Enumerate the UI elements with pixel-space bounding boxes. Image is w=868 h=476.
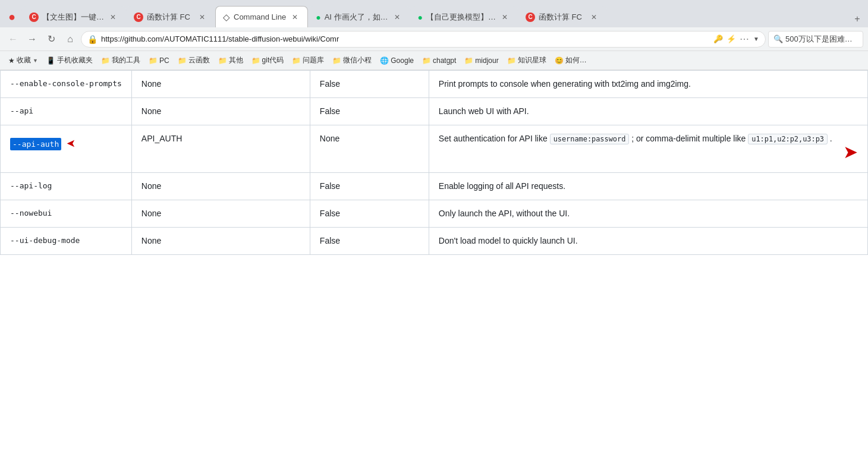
description-cell: Print prompts to console when generating… [429,71,867,98]
address-bar[interactable]: 🔒 https://github.com/AUTOMATIC1111/stabl… [81,31,766,48]
address-menu-button[interactable]: ⋯ [740,33,750,45]
tab-favicon: C [134,12,143,22]
table-row: --apiNoneFalseLaunch web UI with API. [1,98,868,125]
tab-title: 【文生图】一键… [42,12,104,23]
search-bar[interactable]: 🔍 500万以下是困难… [768,31,863,48]
bookmark-item-9[interactable]: 🌐Google [376,55,417,66]
forward-button[interactable]: → [24,31,40,48]
tab-tab3[interactable]: ◇ Command Line ✕ [215,6,308,27]
tab-tab5[interactable]: ● 【自己更换模型】… ✕ [410,6,518,27]
highlighted-arg: --api-auth [10,138,61,151]
arg-cell: --api-auth ➤ [1,125,132,173]
bookmark-icon: 📁 [464,56,473,65]
bookmark-item-0[interactable]: ★收藏▼ [5,54,42,67]
address-url: https://github.com/AUTOMATIC1111/stable-… [101,34,710,43]
bookmark-label: chatgpt [433,56,456,65]
tab-close-button[interactable]: ✕ [392,12,402,23]
bookmark-label: 微信小程 [343,55,372,65]
bookmark-item-6[interactable]: 📁git代码 [248,54,288,67]
bookmark-arrow-icon: ▼ [33,58,38,64]
bookmark-item-13[interactable]: 😊如何… [551,54,590,67]
arg-label: --enable-console-prompts [10,79,122,88]
bookmark-label: 其他 [229,55,243,65]
lock-icon: 🔒 [87,34,98,44]
description-cell: Launch web UI with API. [429,98,867,125]
table-row: --nowebuiNoneFalseOnly launch the API, w… [1,200,868,228]
bookmark-label: 云函数 [188,55,210,65]
arg-cell: --ui-debug-mode [1,228,132,255]
bookmark-item-12[interactable]: 📁知识星球 [504,54,550,67]
bookmark-icon: 📱 [46,56,55,65]
bookmark-icon: 📁 [218,56,227,65]
bookmark-label: 如何… [565,55,587,65]
tab-title: 函数计算 FC [539,12,585,23]
bookmark-label: PC [159,56,169,65]
bookmark-item-2[interactable]: 📁我的工具 [98,54,144,67]
bookmark-item-5[interactable]: 📁其他 [215,54,247,67]
bookmark-icon: 📁 [149,56,158,65]
bookmark-label: Google [391,56,414,65]
bookmark-icon: 📁 [251,56,260,65]
bookmark-item-4[interactable]: 📁云函数 [174,54,213,67]
back-button[interactable]: ← [5,31,21,48]
env-value: None [141,79,161,89]
tab-close-button[interactable]: ✕ [499,12,510,23]
env-value: None [141,106,161,116]
tab-close-button[interactable]: ✕ [108,12,118,23]
arg-cell: --enable-console-prompts [1,71,132,98]
tab-tab2[interactable]: C 函数计算 FC ✕ [126,6,215,27]
env-value: None [141,236,161,245]
home-button[interactable]: ⌂ [62,31,78,48]
description-text: Launch web UI with API. [439,106,529,116]
bookmark-item-10[interactable]: 📁chatgpt [419,55,460,66]
tab-tab6[interactable]: C 函数计算 FC ✕ [518,6,607,27]
tab-favicon: ● [418,12,423,22]
env-value: API_AUTH [141,134,182,143]
page-content: --enable-console-promptsNoneFalsePrint p… [0,70,868,476]
description-text: Don't load model to quickly launch UI. [439,236,578,245]
description-cell: Don't load model to quickly launch UI. [429,228,867,255]
new-tab-button[interactable]: + [849,11,866,27]
default-value: False [320,236,340,245]
bookmark-label: 问题库 [303,55,324,65]
description-cell: Only launch the API, without the UI. [429,200,867,228]
tab-favicon: C [526,12,535,22]
tab-tab4[interactable]: ● AI 作画火了，如… ✕ [308,6,410,27]
tab-title: AI 作画火了，如… [325,12,388,23]
default-cell: False [310,71,429,98]
tab-close-button[interactable]: ✕ [589,12,599,23]
bookmark-item-11[interactable]: 📁midjour [461,55,502,66]
bookmark-icon: 🌐 [380,56,389,65]
env-value: None [141,209,161,218]
default-value: False [320,106,340,116]
desc-text: . [828,134,832,143]
desc-text: Set authentication for API like [439,134,550,143]
right-arrow-icon: ➤ [843,138,858,165]
tab-close-button[interactable]: ✕ [197,12,207,23]
tab-tab1[interactable]: C 【文生图】一键… ✕ [21,6,126,27]
inline-code: u1:p1,u2:p2,u3:p3 [748,134,828,144]
bookmark-icon: 📁 [178,56,187,65]
description-text: Print prompts to console when generating… [439,79,691,89]
tab-close-button[interactable]: ✕ [290,12,300,23]
lightning-icon: ⚡ [727,34,736,43]
env-cell: None [131,71,310,98]
table-row: --ui-debug-modeNoneFalseDon't load model… [1,228,868,255]
default-cell: False [310,173,429,200]
bookmark-icon: 📁 [507,56,516,65]
arg-cell: --api-log [1,173,132,200]
bookmark-icon: 📁 [422,56,431,65]
address-chevron-icon: ▼ [753,36,759,42]
bookmark-icon: 📁 [101,56,110,65]
description-cell: Enable logging of all API requests. [429,173,867,200]
bookmark-item-3[interactable]: 📁PC [145,55,173,66]
default-cell: False [310,98,429,125]
search-placeholder: 500万以下是困难… [785,34,853,45]
bookmark-item-8[interactable]: 📁微信小程 [329,54,375,67]
bookmark-item-1[interactable]: 📱手机收藏夹 [43,54,96,67]
description-text: Set authentication for API like username… [439,133,832,145]
bookmark-item-7[interactable]: 📁问题库 [288,54,328,67]
bookmark-icon: 📁 [292,56,301,65]
reload-button[interactable]: ↻ [43,31,59,48]
description-text: Only launch the API, without the UI. [439,209,570,218]
